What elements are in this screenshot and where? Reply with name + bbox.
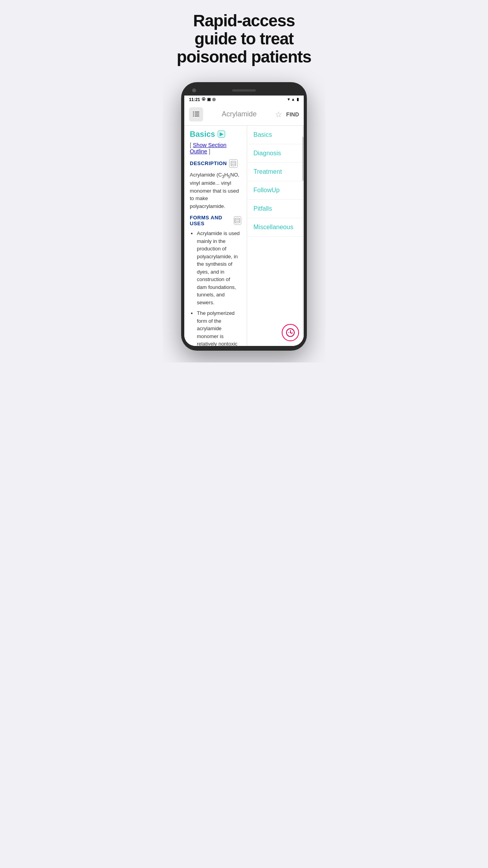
fab-icon — [286, 328, 295, 337]
nav-treatment[interactable]: Treatment — [247, 163, 304, 181]
hero-section: Rapid-access guide to treat poisoned pat… — [163, 0, 325, 74]
forms-icon[interactable] — [234, 216, 241, 225]
svg-point-19 — [238, 221, 239, 222]
nav-basics[interactable]: Basics — [247, 126, 304, 144]
status-right: ▾ ▲ ▮ — [288, 97, 299, 101]
signal-icon: ▲ — [291, 97, 295, 101]
nav-followup[interactable]: FollowUp — [247, 181, 304, 200]
app-header: Acrylamide ☆ FIND — [184, 103, 304, 126]
svg-point-11 — [233, 164, 234, 165]
section-outline-container: [ Show Section Outline ] — [190, 142, 241, 154]
svg-point-9 — [234, 162, 235, 163]
app-logo[interactable] — [189, 107, 203, 121]
phone-top — [184, 87, 304, 96]
outline-prefix: [ — [190, 142, 191, 148]
svg-rect-3 — [195, 114, 199, 114]
outline-suffix: ] — [209, 148, 210, 154]
fab-button[interactable] — [282, 324, 299, 341]
phone-mockup: 11:21 ⦿ ▣ ◎ ▾ ▲ ▮ — [181, 82, 307, 351]
find-button[interactable]: FIND — [286, 111, 299, 118]
svg-rect-2 — [193, 114, 194, 114]
svg-point-8 — [233, 162, 234, 163]
svg-rect-6 — [231, 161, 236, 166]
vpn-icon: ◎ — [212, 97, 216, 101]
svg-rect-0 — [193, 112, 194, 112]
status-bar: 11:21 ⦿ ▣ ◎ ▾ ▲ ▮ — [184, 96, 304, 103]
svg-point-15 — [237, 219, 238, 220]
forms-bullet-list: Acrylamide is used mainly in the product… — [190, 230, 241, 346]
star-button[interactable]: ☆ — [275, 110, 282, 119]
bullet-item-1: Acrylamide is used mainly in the product… — [197, 230, 241, 306]
basics-label[interactable]: Basics — [190, 130, 215, 139]
svg-point-14 — [236, 219, 237, 220]
app-header-actions: ☆ FIND — [275, 110, 299, 119]
list-icon — [192, 110, 200, 118]
svg-point-7 — [232, 162, 233, 163]
svg-point-10 — [232, 164, 233, 165]
basics-arrow-icon: ▶ — [218, 131, 225, 138]
bullet-item-2: The polymerized form of the acrylamide m… — [197, 309, 241, 346]
svg-point-16 — [238, 219, 239, 220]
sim-icon: ▣ — [207, 97, 211, 101]
location-icon: ⦿ — [202, 97, 205, 101]
description-heading: DESCRIPTION — [190, 159, 241, 168]
description-label: DESCRIPTION — [190, 160, 227, 166]
wifi-icon: ▾ — [288, 97, 290, 101]
phone-wrapper: 11:21 ⦿ ▣ ◎ ▾ ▲ ▮ — [163, 74, 325, 362]
nav-overlay-menu: Basics Diagnosis Treatment FollowUp Pitf… — [247, 126, 304, 346]
nav-miscellaneous[interactable]: Miscellaneous — [247, 218, 304, 237]
svg-rect-4 — [193, 116, 194, 116]
battery-icon: ▮ — [297, 97, 299, 101]
svg-point-18 — [237, 221, 238, 222]
svg-point-12 — [234, 164, 235, 165]
status-left: 11:21 ⦿ ▣ ◎ — [189, 97, 216, 102]
forms-heading: FORMS AND USES — [190, 215, 241, 226]
svg-rect-1 — [195, 112, 199, 112]
svg-rect-13 — [235, 218, 240, 223]
content-area: Basics ▶ [ Show Section Outline ] DESCRI… — [184, 126, 304, 346]
hero-title: Rapid-access guide to treat poisoned pat… — [171, 12, 317, 66]
main-content: Basics ▶ [ Show Section Outline ] DESCRI… — [184, 126, 247, 346]
forms-label: FORMS AND USES — [190, 215, 231, 226]
description-icon[interactable] — [229, 159, 238, 168]
description-text: Acrylamide (C3H5NO, vinyl amide... vinyl… — [190, 171, 241, 210]
scroll-indicator — [302, 126, 304, 346]
nav-diagnosis[interactable]: Diagnosis — [247, 144, 304, 163]
speaker — [232, 89, 256, 92]
nav-pitfalls[interactable]: Pitfalls — [247, 200, 304, 218]
svg-point-17 — [236, 221, 237, 222]
show-section-outline-link[interactable]: Show Section Outline — [190, 142, 226, 154]
page-wrapper: Rapid-access guide to treat poisoned pat… — [163, 0, 325, 362]
status-time: 11:21 — [189, 97, 200, 102]
scroll-thumb — [302, 137, 304, 181]
front-camera — [192, 88, 196, 92]
app-screen: Acrylamide ☆ FIND Basics ▶ — [184, 103, 304, 346]
svg-rect-5 — [195, 116, 199, 116]
basics-heading: Basics ▶ — [190, 130, 241, 139]
app-title: Acrylamide — [206, 110, 272, 118]
